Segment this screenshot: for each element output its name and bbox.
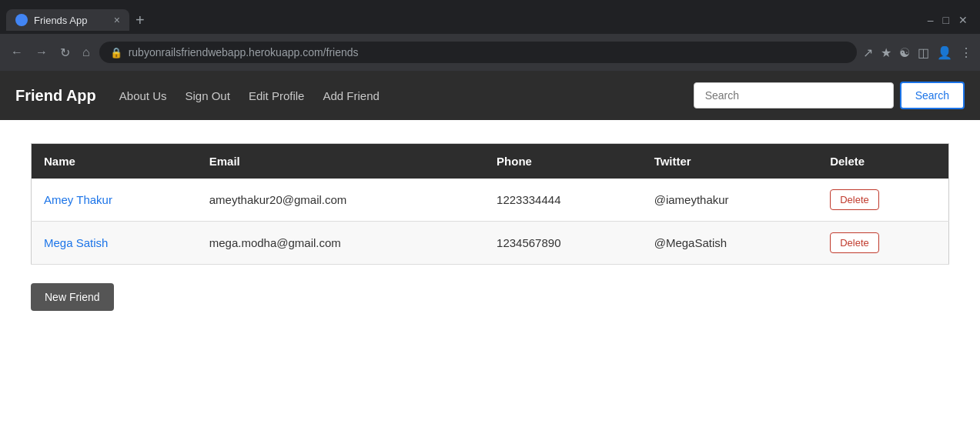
col-delete: Delete	[818, 144, 948, 179]
browser-chrome: Friends App × + – □ ✕ ← → ↻ ⌂ 🔒 rubyonra…	[0, 0, 980, 71]
menu-icon[interactable]: ⋮	[960, 45, 972, 60]
delete-button-1[interactable]: Delete	[830, 232, 879, 253]
friend-name-link-0[interactable]: Amey Thakur	[44, 193, 112, 206]
search-input[interactable]	[694, 82, 894, 109]
cell-name-1: Mega Satish	[32, 222, 197, 265]
col-name: Name	[32, 144, 197, 179]
new-tab-button[interactable]: +	[135, 12, 145, 29]
cell-twitter-1: @MegaSatish	[642, 222, 818, 265]
app-navbar: Friend App About Us Sign Out Edit Profil…	[0, 71, 980, 120]
nav-about-us[interactable]: About Us	[119, 89, 167, 102]
address-bar-row: ← → ↻ ⌂ 🔒 rubyonrailsfriendwebapp.heroku…	[0, 34, 980, 71]
lock-icon: 🔒	[110, 47, 122, 58]
minimize-icon[interactable]: –	[928, 14, 934, 26]
forward-button[interactable]: →	[32, 42, 51, 62]
friend-name-link-1[interactable]: Mega Satish	[44, 236, 108, 249]
url-base: rubyonrailsfriendwebapp.herokuapp.com	[129, 46, 323, 58]
nav-sign-out[interactable]: Sign Out	[186, 89, 230, 102]
extensions-icon[interactable]: ☯	[899, 45, 910, 60]
active-tab[interactable]: Friends App ×	[6, 9, 129, 31]
url-display: rubyonrailsfriendwebapp.herokuapp.com/fr…	[129, 46, 359, 58]
tab-favicon	[15, 14, 28, 26]
address-bar[interactable]: 🔒 rubyonrailsfriendwebapp.herokuapp.com/…	[99, 42, 857, 63]
cell-delete-0: Delete	[818, 179, 948, 222]
col-phone: Phone	[484, 144, 642, 179]
cell-phone-0: 1223334444	[484, 179, 642, 222]
nav-links: About Us Sign Out Edit Profile Add Frien…	[119, 89, 694, 102]
app-brand: Friend App	[15, 87, 96, 105]
new-friend-button[interactable]: New Friend	[31, 283, 114, 311]
col-twitter: Twitter	[642, 144, 818, 179]
reload-button[interactable]: ↻	[57, 42, 73, 63]
friends-tbody: Amey Thakur ameythakur20@gmail.com 12233…	[32, 179, 949, 265]
cell-twitter-0: @iameythakur	[642, 179, 818, 222]
table-row: Amey Thakur ameythakur20@gmail.com 12233…	[32, 179, 949, 222]
toolbar-icons: ↗ ★ ☯ ◫ 👤 ⋮	[863, 45, 972, 60]
share-icon[interactable]: ↗	[863, 45, 873, 60]
url-path: /friends	[323, 46, 359, 58]
friends-table: Name Email Phone Twitter Delete Amey Tha…	[31, 143, 949, 265]
main-content: Name Email Phone Twitter Delete Amey Tha…	[0, 120, 980, 334]
search-button[interactable]: Search	[900, 82, 965, 109]
nav-edit-profile[interactable]: Edit Profile	[249, 89, 305, 102]
close-icon[interactable]: ✕	[958, 14, 968, 26]
tab-close-button[interactable]: ×	[114, 14, 120, 26]
cell-phone-1: 1234567890	[484, 222, 642, 265]
table-row: Mega Satish mega.modha@gmail.com 1234567…	[32, 222, 949, 265]
nav-search-area: Search	[694, 82, 965, 109]
cell-email-0: ameythakur20@gmail.com	[197, 179, 484, 222]
home-button[interactable]: ⌂	[79, 42, 93, 62]
tab-bar: Friends App × + – □ ✕	[0, 0, 980, 34]
bookmark-icon[interactable]: ★	[881, 45, 891, 60]
table-header: Name Email Phone Twitter Delete	[32, 144, 949, 179]
delete-button-0[interactable]: Delete	[830, 189, 879, 210]
cell-delete-1: Delete	[818, 222, 948, 265]
window-controls: – □ ✕	[928, 14, 974, 26]
back-button[interactable]: ←	[8, 42, 26, 62]
tab-title: Friends App	[34, 15, 87, 26]
cell-email-1: mega.modha@gmail.com	[197, 222, 484, 265]
cell-name-0: Amey Thakur	[32, 179, 197, 222]
restore-icon[interactable]: □	[943, 14, 949, 26]
col-email: Email	[197, 144, 484, 179]
sidebar-toggle-icon[interactable]: ◫	[918, 45, 929, 60]
nav-add-friend[interactable]: Add Friend	[323, 89, 379, 102]
profile-icon[interactable]: 👤	[937, 45, 952, 60]
